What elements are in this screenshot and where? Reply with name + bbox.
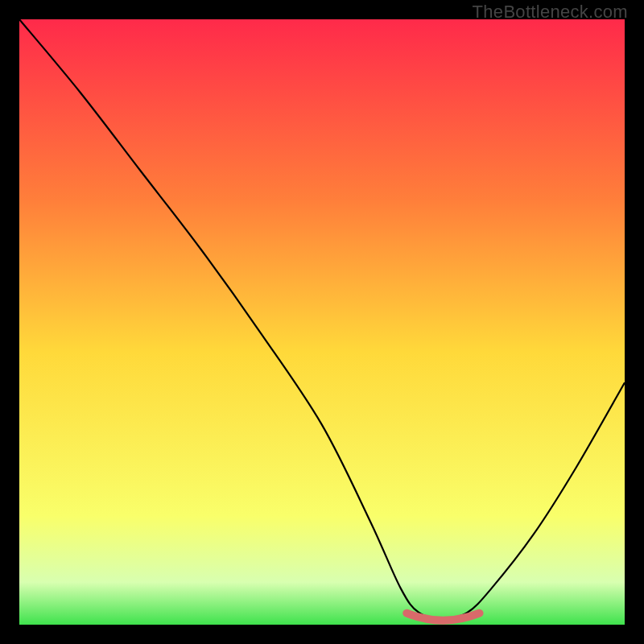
plot-area	[19, 19, 625, 625]
watermark-text: TheBottleneck.com	[473, 2, 628, 23]
bottleneck-chart	[19, 19, 625, 625]
chart-frame: TheBottleneck.com	[0, 0, 644, 644]
